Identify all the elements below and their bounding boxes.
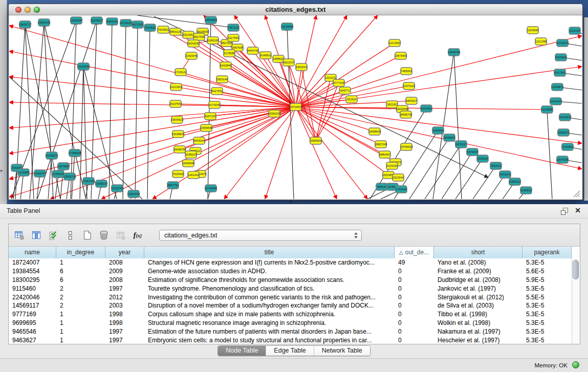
graph-node[interactable]: 10654112 [509,178,521,185]
graph-node[interactable]: 4170046 [209,101,220,108]
graph-node[interactable]: 9463627 [406,97,417,104]
graph-node[interactable]: 1112134 [569,27,580,34]
graph-node[interactable]: 1145194 [53,170,64,178]
table-row[interactable]: 1872400712008Changes of HCN gene express… [9,258,572,267]
graph-node[interactable]: 9860125 [170,28,181,35]
table-row[interactable]: 1456911722003Disruption of a novel membe… [9,301,572,310]
graph-node[interactable]: 8215958 [541,106,553,113]
graph-node[interactable]: 7832621 [490,162,502,169]
graph-node[interactable]: 1640954 [432,127,444,134]
graph-node[interactable]: 649771 [339,87,351,94]
graph-node[interactable]: 8454749 [247,47,258,54]
delete-table-icon[interactable] [97,229,111,242]
graph-node[interactable]: 968141 [376,183,387,190]
graph-node[interactable]: 8471676 [499,171,511,178]
graph-node[interactable]: 8912954 [183,31,194,38]
graph-node[interactable]: 9198223 [185,151,197,158]
graph-node[interactable]: 2522544 [393,174,404,181]
tab-edge-table[interactable]: Edge Table [266,346,313,356]
graph-node[interactable]: 9884067 [379,151,390,158]
vertical-scrollbar[interactable] [572,258,580,344]
graph-node[interactable]: 2803144 [216,76,228,83]
graph-node[interactable]: 18724007 [290,103,302,111]
graph-node[interactable]: 3175685 [224,50,235,57]
graph-node[interactable]: 6479197 [455,141,467,148]
graph-node[interactable]: 18300295 [268,110,281,117]
graph-node[interactable]: 1221398 [535,38,547,45]
graph-node[interactable]: 12505135 [63,173,76,180]
table-row[interactable]: 1938455462009Genome-wide association stu… [9,267,572,276]
network-canvas[interactable]: 1405571720691406106532871527602794661611… [9,15,582,199]
column-header-in_degree[interactable]: in_degree [56,247,105,258]
table-row[interactable]: 946362711997Embryonic stem cells: a mode… [9,336,572,344]
table-row[interactable]: 977716911998Corpus callosum shape and si… [9,310,572,319]
graph-node[interactable]: 9474444 [467,148,478,156]
select-rows-icon[interactable] [47,229,60,242]
graph-node[interactable]: 10975887 [57,163,70,170]
table-selector-combobox[interactable]: citations_edges.txt [159,230,362,241]
graph-node[interactable]: 10688609 [368,128,381,135]
graph-node[interactable]: 12213967 [388,39,401,47]
graph-node[interactable]: 19384554 [310,137,322,144]
graph-node[interactable]: 16099489 [182,160,195,167]
table-row[interactable]: 946554611997Estimation of the future num… [9,327,572,336]
graph-node[interactable]: 12923448 [127,190,140,198]
graph-node[interactable]: 9227341 [554,69,565,76]
graph-node[interactable]: 17957255 [82,178,95,185]
table-row[interactable]: 969969511998Structural magnetic resonanc… [9,319,572,327]
control-panel-collapsed-strip[interactable]: ▸ [0,0,7,204]
resize-grip-icon[interactable] [572,189,581,198]
graph-node[interactable]: 20206576 [46,152,58,159]
graph-node[interactable]: 10653287 [70,17,83,24]
graph-node[interactable]: 2718120 [175,69,186,76]
graph-node[interactable]: 16853809 [205,16,217,24]
graph-node[interactable]: 9857791 [167,182,179,189]
graph-node[interactable]: 9466161 [106,18,118,25]
graph-node[interactable]: 2935114 [477,155,488,162]
tab-network-table[interactable]: Network Table [314,346,370,356]
table-row[interactable]: 2242004622012Investigating the contribut… [9,293,572,302]
graph-node[interactable]: 9146821 [260,52,271,59]
graph-node[interactable]: 9671355 [132,21,143,28]
graph-node[interactable]: 7663822 [158,26,169,33]
graph-node[interactable]: 9115460 [421,105,432,112]
graph-node[interactable]: 1154808 [527,27,538,34]
graph-node[interactable]: 9242848 [220,62,231,69]
graph-node[interactable]: 1691441 [188,171,199,179]
graph-node[interactable]: 19654923 [171,116,184,123]
panel-expand-arrow-icon[interactable]: ▸ [1,168,3,173]
window-titlebar[interactable]: citations_edges.txt [9,4,582,15]
graph-node[interactable]: 9117546 [228,34,239,41]
graph-node[interactable]: 7957224 [228,24,239,31]
column-header-short[interactable]: short [434,247,522,258]
graph-node[interactable]: 9245652 [520,187,532,194]
graph-node[interactable]: 1615192 [386,162,398,169]
graph-node[interactable]: 1733436 [396,186,407,193]
function-builder-icon[interactable]: f(x) [131,229,144,242]
column-header-name[interactable]: name [9,247,56,258]
close-panel-icon[interactable]: ✕ [575,206,581,214]
graph-node[interactable]: 16543392 [187,40,200,47]
graph-node[interactable]: 1588520 [273,55,284,62]
graph-node[interactable]: 9267130 [205,113,216,120]
graph-node[interactable]: 12975115 [403,82,415,90]
graph-node[interactable]: 7485063 [401,68,412,75]
graph-node[interactable]: 151520 [346,96,357,103]
graph-node[interactable]: 15751874 [556,39,569,47]
graph-node[interactable]: 15718485 [205,185,217,192]
graph-node[interactable]: 8878334 [193,137,205,144]
new-table-icon[interactable] [80,229,94,242]
graph-node[interactable]: 8938924 [444,134,455,141]
graph-node[interactable]: 18107554 [169,100,182,107]
graph-node[interactable]: 15276027 [91,17,103,24]
memory-ok-indicator-icon[interactable] [572,361,579,368]
graph-node[interactable]: 9329966 [555,54,567,61]
graph-node[interactable]: 19218586 [281,23,294,30]
graph-node[interactable]: 11675338 [556,156,569,163]
graph-node[interactable]: 12042757 [34,170,47,177]
column-header-title[interactable]: title [144,247,395,258]
column-header-pagerank[interactable]: pagerank [522,247,572,258]
scrollbar-thumb[interactable] [573,260,579,279]
graph-node[interactable]: 12444135 [550,98,562,105]
graph-node[interactable]: 7625402 [172,170,184,178]
